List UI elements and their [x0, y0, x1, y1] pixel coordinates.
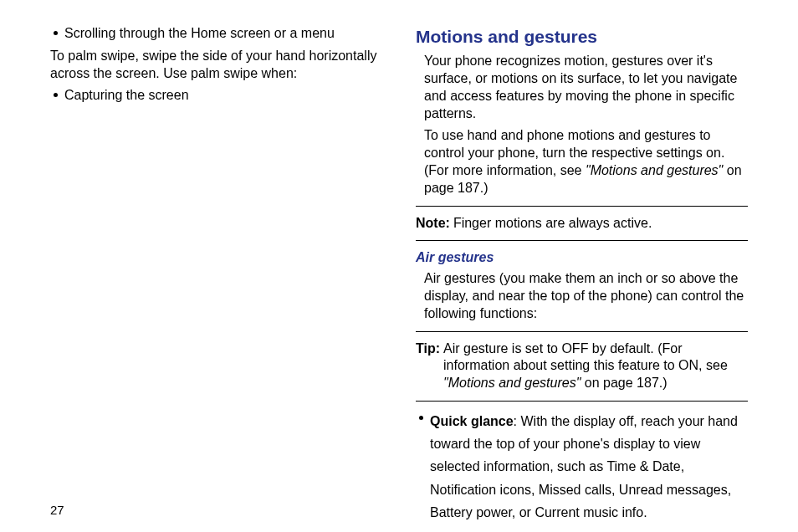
paragraph: To palm swipe, swipe the side of your ha… — [50, 48, 382, 83]
list-item: Scrolling through the Home screen or a m… — [50, 25, 382, 43]
text-run: Air gesture is set to OFF by default. (F… — [443, 341, 728, 373]
feature-name: Quick glance — [430, 414, 514, 428]
tip-body: Air gesture is set to OFF by default. (F… — [443, 340, 748, 392]
bullet-icon — [54, 93, 58, 97]
two-column-layout: Scrolling through the Home screen or a m… — [50, 25, 748, 529]
note-block: Note: Finger motions are always active. — [416, 215, 748, 233]
divider — [416, 401, 748, 402]
feature-description: : With the display off, reach your hand … — [430, 414, 738, 519]
section-heading-motions: Motions and gestures — [416, 25, 748, 48]
bullet-text: Scrolling through the Home screen or a m… — [64, 25, 382, 43]
bullet-text: Capturing the screen — [64, 87, 382, 105]
subsection-body: Air gestures (you make them an inch or s… — [424, 270, 748, 322]
section-body: Your phone recognizes motion, gestures o… — [424, 53, 748, 197]
page-number: 27 — [50, 503, 64, 517]
paragraph: Your phone recognizes motion, gestures o… — [424, 53, 748, 122]
cross-reference: "Motions and gestures" — [443, 376, 581, 390]
left-column: Scrolling through the Home screen or a m… — [50, 25, 382, 529]
bullet-text: Quick glance: With the display off, reac… — [430, 410, 748, 524]
bullet-icon — [54, 31, 58, 35]
text-run: on page 187.) — [581, 376, 667, 390]
paragraph: To use hand and phone motions and gestur… — [424, 127, 748, 197]
note-body: Finger motions are always active. — [453, 215, 652, 233]
right-column: Motions and gestures Your phone recogniz… — [416, 25, 748, 529]
divider — [416, 240, 748, 241]
list-item: Capturing the screen — [50, 87, 382, 105]
divider — [416, 331, 748, 332]
bullet-icon — [419, 416, 423, 420]
tip-label: Tip: — [416, 340, 440, 358]
tip-block: Tip: Air gesture is set to OFF by defaul… — [416, 340, 748, 392]
paragraph: Air gestures (you make them an inch or s… — [424, 270, 748, 322]
note-label: Note: — [416, 215, 450, 233]
cross-reference: "Motions and gestures" — [586, 163, 723, 177]
divider — [416, 206, 748, 207]
list-item-quick-glance: Quick glance: With the display off, reac… — [416, 410, 748, 524]
subsection-heading-air-gestures: Air gestures — [416, 249, 748, 267]
manual-page: Scrolling through the Home screen or a m… — [0, 0, 798, 532]
